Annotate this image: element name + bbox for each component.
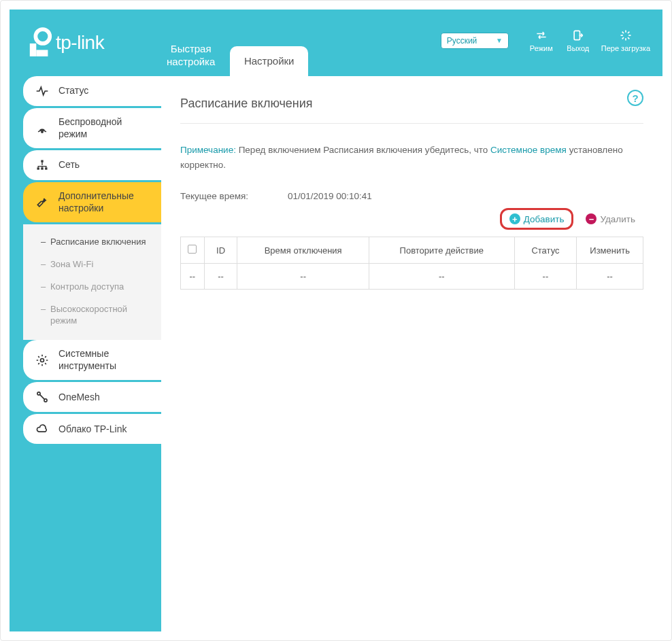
cell-edit: --	[577, 264, 643, 290]
col-status: Статус	[514, 237, 577, 264]
cell-checkbox: --	[181, 264, 205, 290]
gear-icon	[35, 353, 49, 367]
network-icon	[35, 158, 49, 172]
submenu-schedule[interactable]: Расписание включения	[23, 231, 161, 254]
advanced-submenu: Расписание включения Зона Wi-Fi Контроль…	[23, 224, 161, 340]
system-time-link[interactable]: Системное время	[490, 145, 567, 155]
svg-point-12	[41, 131, 43, 132]
note-before: Перед включением Расписания включения уб…	[239, 145, 490, 155]
svg-rect-3	[574, 31, 579, 39]
svg-point-17	[41, 358, 44, 362]
col-edit: Изменить	[577, 237, 643, 264]
col-off-time: Время отключения	[237, 237, 369, 264]
cell-repeat: --	[369, 264, 514, 290]
cell-status: --	[514, 264, 577, 290]
schedule-table: ID Время отключения Повторите действие С…	[180, 237, 643, 290]
current-time-value: 01/01/2019 00:10:41	[288, 191, 372, 201]
select-all-checkbox[interactable]	[188, 245, 197, 254]
submenu-access-control[interactable]: Контроль доступа	[23, 276, 161, 298]
language-select[interactable]: Русский ▼	[441, 33, 509, 49]
svg-point-0	[35, 29, 50, 44]
table-actions: + Добавить − Удалить	[180, 208, 643, 230]
main-tabs: Быстрая настройка Настройки	[152, 10, 308, 76]
tab-settings[interactable]: Настройки	[230, 46, 308, 76]
tab-quick-setup[interactable]: Быстрая настройка	[152, 35, 230, 76]
svg-rect-2	[36, 50, 48, 56]
mode-icon	[535, 29, 548, 42]
tools-icon	[35, 196, 49, 209]
note-label: Примечание:	[180, 145, 236, 155]
sidebar-item-status[interactable]: Статус	[23, 76, 161, 106]
onemesh-icon	[35, 390, 49, 404]
sidebar-item-onemesh[interactable]: OneMesh	[23, 382, 161, 412]
sidebar-item-network[interactable]: Сеть	[23, 150, 161, 180]
svg-rect-1	[30, 44, 37, 56]
submenu-high-speed[interactable]: Высокоскоростной режим	[23, 298, 161, 332]
tplink-logo-icon	[27, 27, 53, 59]
current-time-label: Текущее время:	[180, 191, 288, 201]
svg-rect-14	[37, 167, 39, 169]
svg-rect-13	[41, 160, 43, 162]
logout-icon	[571, 29, 585, 42]
current-time-row: Текущее время: 01/01/2019 00:10:41	[180, 191, 643, 201]
svg-rect-15	[41, 167, 43, 169]
status-icon	[35, 84, 49, 98]
sidebar-item-system-tools[interactable]: Системные инструменты	[23, 340, 161, 380]
plus-icon: +	[509, 213, 520, 224]
brand-logo: tp-link	[27, 27, 104, 59]
cell-id: --	[204, 264, 237, 290]
svg-line-9	[628, 37, 629, 39]
note-text: Примечание: Перед включением Расписания …	[180, 143, 643, 172]
add-button[interactable]: + Добавить	[500, 208, 574, 230]
language-value: Русский	[447, 36, 477, 46]
svg-point-18	[37, 392, 40, 395]
table-row: -- -- -- -- -- --	[181, 264, 643, 290]
col-id: ID	[204, 237, 237, 264]
svg-rect-16	[45, 167, 47, 169]
col-checkbox	[181, 237, 205, 264]
svg-line-10	[622, 37, 624, 39]
delete-button[interactable]: − Удалить	[580, 211, 641, 227]
sidebar-item-wireless[interactable]: Беспроводной режим	[23, 108, 161, 148]
submenu-wifi-zone[interactable]: Зона Wi-Fi	[23, 254, 161, 276]
svg-line-8	[622, 32, 624, 33]
content-area: ? Расписание включения Примечание: Перед…	[161, 76, 662, 631]
logout-button[interactable]: Выход	[565, 29, 592, 52]
brand-name: tp-link	[56, 32, 104, 54]
sidebar-item-advanced[interactable]: Дополнительные настройки	[23, 182, 161, 222]
reboot-icon	[619, 29, 633, 42]
header: tp-link Быстрая настройка Настройки Русс…	[10, 10, 662, 76]
sidebar: Статус Беспроводной режим Сеть Дополните…	[10, 76, 161, 631]
table-header-row: ID Время отключения Повторите действие С…	[181, 237, 643, 264]
sidebar-item-cloud[interactable]: Облако TP-Link	[23, 414, 161, 444]
col-repeat: Повторите действие	[369, 237, 514, 264]
minus-icon: −	[586, 213, 597, 224]
wireless-icon	[35, 122, 49, 135]
mode-button[interactable]: Режим	[528, 29, 555, 52]
reboot-button[interactable]: Пере загрузка	[601, 29, 650, 52]
chevron-down-icon: ▼	[496, 37, 503, 44]
svg-line-11	[628, 32, 629, 33]
page-title: Расписание включения	[180, 97, 643, 124]
cloud-icon	[35, 422, 49, 436]
help-icon[interactable]: ?	[627, 90, 643, 106]
cell-off-time: --	[237, 264, 369, 290]
svg-point-19	[44, 399, 47, 402]
